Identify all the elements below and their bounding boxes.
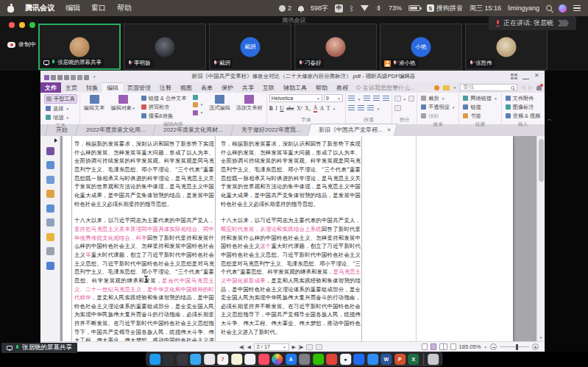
fit-page-view-icon[interactable] bbox=[450, 343, 456, 350]
dock-icon-netease-mail[interactable] bbox=[326, 354, 337, 365]
participant-tile[interactable]: 戴玥戴玥 bbox=[209, 24, 291, 70]
dock-icon-photos[interactable] bbox=[272, 354, 283, 365]
minimize-window-button[interactable] bbox=[19, 22, 25, 28]
layout-grid-icon[interactable] bbox=[511, 74, 517, 79]
dock-icon-safari[interactable] bbox=[190, 354, 201, 365]
quick-access-chevron-icon[interactable] bbox=[93, 70, 96, 83]
font-color-button[interactable]: A bbox=[314, 104, 317, 113]
alert-bell-icon[interactable] bbox=[536, 85, 542, 90]
bold-button[interactable]: B bbox=[269, 105, 273, 112]
zoom-slider[interactable] bbox=[500, 346, 529, 347]
image-annotation-button[interactable]: 图像标注 bbox=[504, 103, 542, 111]
ribbon-tab-10[interactable]: 互联 bbox=[258, 82, 279, 93]
last-page-button[interactable]: |▶ bbox=[299, 344, 304, 350]
input-method-icon[interactable]: 中 bbox=[335, 4, 343, 13]
first-page-button[interactable]: ◀| bbox=[239, 344, 244, 350]
ribbon-tab-4[interactable]: 页面管理 bbox=[123, 82, 155, 93]
add-text-button[interactable] bbox=[191, 94, 205, 100]
dock-icon-finder[interactable] bbox=[149, 354, 160, 365]
find-input[interactable]: 查找 bbox=[460, 84, 517, 91]
participant-tile[interactable]: 刁春好 bbox=[294, 24, 377, 70]
superscript-button[interactable]: X² bbox=[297, 105, 302, 112]
dock-icon-calendar[interactable]: 7 bbox=[217, 354, 228, 365]
document-tab-3[interactable]: 关于做好2022年度我... bbox=[230, 124, 311, 136]
dock-icon-notes[interactable] bbox=[231, 354, 242, 365]
bookmark-button[interactable]: 书签 bbox=[461, 112, 498, 120]
align-right-icon[interactable] bbox=[383, 96, 389, 101]
dock-icon-trash[interactable] bbox=[428, 354, 439, 365]
redo-icon[interactable] bbox=[77, 75, 82, 80]
subscript-button[interactable]: X₂ bbox=[305, 105, 311, 112]
stamp-icon[interactable] bbox=[84, 75, 89, 80]
dock-icon-tencent-meeting[interactable] bbox=[353, 354, 364, 365]
attachments-icon[interactable] bbox=[46, 204, 54, 213]
page-number-input[interactable]: 2 / 17 bbox=[254, 343, 289, 351]
volume-icon[interactable] bbox=[375, 5, 382, 11]
ribbon-tab-9[interactable]: 共享 bbox=[238, 82, 258, 93]
chevron-down-icon[interactable] bbox=[453, 85, 456, 91]
participant-tile[interactable]: 张胜伟 bbox=[465, 24, 548, 70]
page-thumbnails-icon[interactable] bbox=[46, 161, 54, 169]
next-view-icon[interactable] bbox=[316, 344, 322, 350]
single-page-view-icon[interactable] bbox=[422, 343, 428, 350]
form-fields-icon[interactable] bbox=[46, 247, 54, 255]
dock-icon-powerpoint[interactable]: P bbox=[394, 354, 405, 365]
scroll-down-arrow-icon[interactable]: ▼ bbox=[539, 335, 543, 340]
document-tab-4[interactable]: 新旧《中国共产党章程...✕ bbox=[308, 124, 397, 136]
dock-icon-wechat[interactable] bbox=[313, 354, 324, 365]
ribbon-tab-11[interactable]: 辅助工具 bbox=[279, 82, 311, 93]
zoom-level[interactable]: 185.05% bbox=[459, 343, 481, 350]
dock-icon-launchpad[interactable] bbox=[163, 354, 174, 365]
document-tab-1[interactable]: 2022年度质量文化周... bbox=[75, 124, 155, 136]
dock-icon-system-preferences[interactable] bbox=[299, 354, 310, 365]
menu-item-edit[interactable]: 编辑 bbox=[65, 3, 80, 13]
zoom-in-button[interactable] bbox=[532, 343, 539, 350]
menu-app-name[interactable]: 腾讯会议 bbox=[25, 3, 54, 13]
bluetooth-icon[interactable]: ᛒ bbox=[350, 4, 354, 13]
zoom-tool-button[interactable]: 缩放 bbox=[44, 113, 77, 121]
ribbon-collapse-icon[interactable]: ︿ bbox=[544, 114, 555, 124]
ribbon-tab-3[interactable]: 编辑 bbox=[102, 82, 123, 93]
security-icon[interactable] bbox=[46, 233, 54, 241]
indent-decrease-icon[interactable] bbox=[348, 105, 355, 110]
character-scale-button[interactable]: A bbox=[320, 105, 324, 112]
find-previous-icon[interactable]: ◁ bbox=[521, 85, 525, 90]
font-family-select[interactable]: Helvetica bbox=[269, 94, 322, 102]
ribbon-tab-12[interactable]: 帮助 bbox=[311, 82, 332, 93]
ribbon-tab-1[interactable]: 主页 bbox=[61, 82, 82, 93]
zoom-slider-handle[interactable] bbox=[516, 344, 518, 350]
split-horizontal-icon[interactable] bbox=[394, 96, 400, 101]
panel-collapse-icon[interactable] bbox=[54, 138, 57, 143]
strikethrough-button[interactable]: abc bbox=[286, 105, 294, 112]
close-window-button[interactable] bbox=[9, 22, 15, 28]
next-page-button[interactable]: ▶ bbox=[292, 344, 296, 350]
underline-button[interactable]: U bbox=[280, 105, 283, 112]
edit-text-button[interactable]: 编辑文本 bbox=[82, 94, 107, 120]
dock-icon-qq[interactable]: ● bbox=[340, 354, 351, 365]
folder-icon[interactable] bbox=[443, 85, 450, 90]
select-tool-button[interactable]: 选择 bbox=[44, 104, 77, 113]
spellcheck-button[interactable]: 拼写检查 bbox=[140, 103, 188, 111]
participant-tile[interactable]: 小艳凌小艳 bbox=[380, 24, 462, 70]
add-article-box-button[interactable]: 添加文章框 bbox=[235, 94, 264, 120]
battery-icon[interactable] bbox=[408, 5, 420, 11]
ribbon-tab-0[interactable]: 文件 bbox=[40, 82, 61, 93]
file-attachment-button[interactable]: 文件附件 bbox=[504, 94, 542, 102]
dock-icon-excel[interactable]: X bbox=[408, 354, 419, 365]
participant-tile[interactable]: 张居晓的屏幕共享 bbox=[38, 24, 121, 70]
meeting-indicator[interactable]: 2 bbox=[279, 4, 291, 12]
ribbon-tab-13[interactable]: 教程 bbox=[332, 82, 353, 93]
crop-button[interactable]: 裁剪 bbox=[419, 94, 456, 102]
fullscreen-window-button[interactable] bbox=[29, 22, 35, 28]
save-icon[interactable] bbox=[51, 75, 56, 80]
bookmarks-icon[interactable] bbox=[46, 147, 54, 155]
zoom-chevron-icon[interactable] bbox=[484, 343, 487, 350]
wifi-icon[interactable] bbox=[361, 5, 369, 11]
facing-view-icon[interactable] bbox=[439, 343, 447, 350]
minimize-icon[interactable] bbox=[523, 74, 529, 79]
notification-bell-icon[interactable] bbox=[298, 6, 304, 11]
dock-icon-word[interactable]: W bbox=[380, 354, 392, 365]
scrollbar-thumb[interactable] bbox=[539, 139, 544, 182]
sogou-input-indicator[interactable]: S搜狗拼音 bbox=[427, 4, 463, 13]
email-icon[interactable] bbox=[64, 75, 69, 80]
